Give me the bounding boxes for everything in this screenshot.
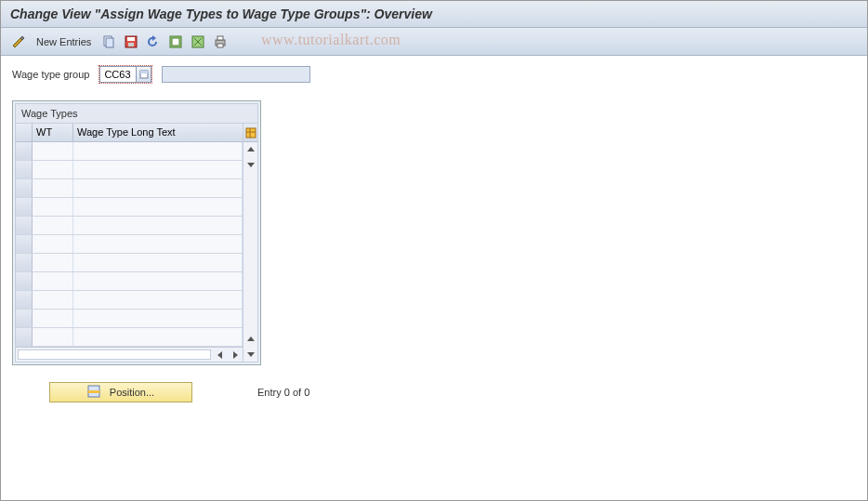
form-row: Wage type group [1, 56, 867, 84]
table-row [16, 291, 243, 310]
table-header: WT Wage Type Long Text [16, 124, 243, 142]
svg-rect-11 [217, 36, 223, 40]
select-all-icon[interactable] [167, 33, 184, 50]
print-icon[interactable] [212, 33, 229, 50]
table-settings-icon[interactable] [243, 124, 257, 142]
cell-text[interactable] [73, 198, 243, 216]
svg-rect-15 [246, 128, 256, 138]
wage-type-group-label: Wage type group [12, 69, 89, 80]
table-row [16, 179, 243, 198]
undo-icon[interactable] [145, 33, 162, 50]
table-row [16, 254, 243, 272]
row-selector[interactable] [16, 161, 33, 178]
svg-rect-14 [140, 71, 148, 73]
wage-type-group-input[interactable] [99, 66, 137, 83]
entry-counter: Entry 0 of 0 [257, 387, 309, 398]
cell-wt[interactable] [33, 310, 73, 327]
cell-text[interactable] [73, 291, 243, 309]
cell-wt[interactable] [33, 328, 73, 346]
row-selector[interactable] [16, 198, 33, 216]
row-selector[interactable] [16, 291, 33, 309]
cell-text[interactable] [73, 142, 243, 160]
table-row [16, 328, 243, 347]
table-row [16, 235, 243, 254]
horizontal-scrollbar[interactable] [16, 347, 243, 362]
vertical-scrollbar[interactable] [243, 124, 257, 362]
table-row [16, 217, 243, 235]
table-row [16, 198, 243, 217]
column-header-wt[interactable]: WT [33, 124, 73, 141]
svg-rect-4 [128, 43, 134, 46]
row-selector[interactable] [16, 217, 33, 234]
deselect-all-icon[interactable] [190, 33, 206, 50]
cell-wt[interactable] [33, 142, 73, 160]
cell-wt[interactable] [33, 272, 73, 290]
svg-rect-19 [88, 390, 99, 393]
toggle-change-icon[interactable] [10, 33, 27, 50]
svg-rect-12 [217, 44, 223, 47]
cell-text[interactable] [73, 272, 243, 290]
scroll-down-end-icon[interactable] [243, 347, 257, 362]
scroll-up-icon[interactable] [243, 142, 257, 157]
save-icon[interactable] [123, 33, 139, 50]
position-button[interactable]: Position... [49, 382, 192, 402]
cell-text[interactable] [73, 254, 243, 271]
svg-rect-1 [106, 38, 113, 47]
row-selector[interactable] [16, 179, 33, 197]
cell-wt[interactable] [33, 291, 73, 309]
watermark: www.tutorialkart.com [261, 32, 401, 48]
scroll-up-end-icon[interactable] [243, 332, 257, 347]
new-entries-button[interactable]: New Entries [33, 36, 95, 47]
page-title: Change View "Assign Wage Types to Wage T… [10, 7, 858, 21]
scroll-left-icon[interactable] [213, 348, 228, 363]
cell-wt[interactable] [33, 179, 73, 197]
wage-types-table: Wage Types WT Wage Type Long Text [12, 100, 261, 365]
cell-wt[interactable] [33, 217, 73, 234]
cell-text[interactable] [73, 161, 243, 178]
select-all-column[interactable] [16, 124, 33, 141]
scroll-down-icon[interactable] [243, 157, 257, 172]
row-selector[interactable] [16, 310, 33, 327]
cell-text[interactable] [73, 328, 243, 346]
table-row [16, 310, 243, 328]
wage-type-group-field-wrap [99, 65, 152, 84]
cell-text[interactable] [73, 217, 243, 234]
table-row [16, 142, 243, 161]
cell-text[interactable] [73, 179, 243, 197]
cell-wt[interactable] [33, 161, 73, 178]
table-row [16, 161, 243, 179]
title-bar: Change View "Assign Wage Types to Wage T… [1, 1, 867, 28]
svg-rect-6 [172, 38, 179, 46]
cell-wt[interactable] [33, 198, 73, 216]
row-selector[interactable] [16, 272, 33, 290]
row-selector[interactable] [16, 254, 33, 271]
search-help-icon[interactable] [137, 66, 151, 83]
row-selector[interactable] [16, 235, 33, 253]
row-selector[interactable] [16, 142, 33, 160]
copy-icon[interactable] [100, 33, 117, 50]
toolbar: New Entries www.tutorialkart.com [1, 28, 867, 56]
cell-text[interactable] [73, 310, 243, 327]
table-row [16, 272, 243, 291]
row-selector[interactable] [16, 328, 33, 346]
wage-type-group-description [162, 66, 310, 83]
column-header-text[interactable]: Wage Type Long Text [73, 124, 243, 141]
scroll-right-icon[interactable] [228, 348, 243, 363]
table-title: Wage Types [15, 103, 258, 123]
position-label: Position... [110, 387, 154, 398]
cell-text[interactable] [73, 235, 243, 253]
footer: Position... Entry 0 of 0 [49, 382, 867, 402]
cell-wt[interactable] [33, 235, 73, 253]
cell-wt[interactable] [33, 254, 73, 271]
position-icon [87, 385, 102, 400]
svg-rect-3 [127, 37, 135, 41]
